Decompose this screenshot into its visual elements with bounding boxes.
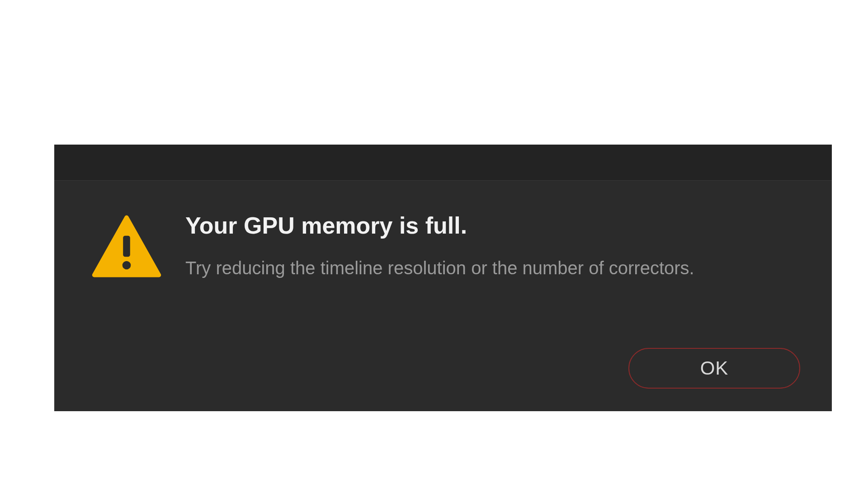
dialog-content-row: Your GPU memory is full. Try reducing th… [81,208,805,280]
dialog-message: Try reducing the timeline resolution or … [185,256,805,280]
dialog-text: Your GPU memory is full. Try reducing th… [185,208,805,280]
dialog-button-row: OK [81,348,805,393]
warning-dialog: Your GPU memory is full. Try reducing th… [54,145,832,411]
svg-point-2 [123,261,131,270]
dialog-body: Your GPU memory is full. Try reducing th… [54,181,832,411]
dialog-titlebar [54,145,832,181]
ok-button[interactable]: OK [628,348,800,389]
svg-rect-1 [123,236,130,257]
dialog-title: Your GPU memory is full. [185,211,805,239]
warning-icon [90,212,163,280]
